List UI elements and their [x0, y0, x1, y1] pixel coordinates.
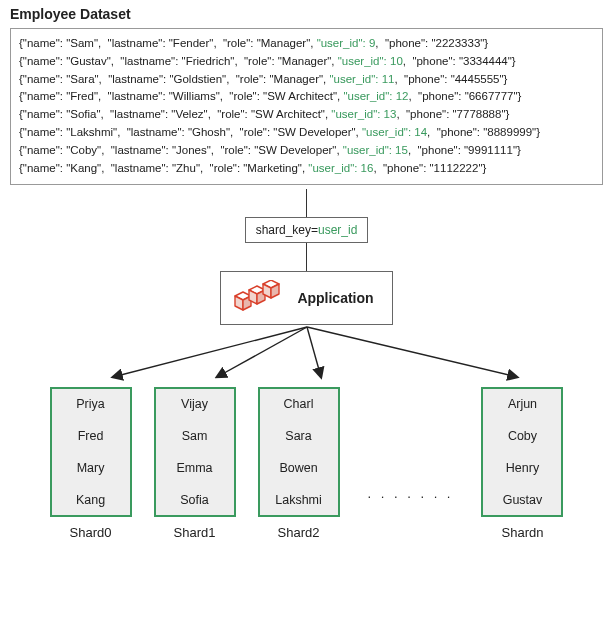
- shard-item: Lakshmi: [275, 493, 322, 507]
- shard-key-value: user_id: [318, 223, 357, 237]
- shard-item: Sara: [285, 429, 311, 443]
- shard-label: Shard0: [70, 525, 112, 540]
- dataset-row: {"name": "Kang", "lastname": "Zhu", "rol…: [19, 160, 594, 178]
- shard-label: Shard1: [174, 525, 216, 540]
- cubes-icon: [231, 280, 285, 316]
- shard: ArjunCobyHenryGustavShardn: [481, 387, 563, 540]
- dataset-row: {"name": "Lakshmi", "lastname": "Ghosh",…: [19, 124, 594, 142]
- dataset-row: {"name": "Sam", "lastname": "Fender", "r…: [19, 35, 594, 53]
- shard-item: Fred: [78, 429, 104, 443]
- shard-item: Gustav: [503, 493, 543, 507]
- shard-item: Sam: [182, 429, 208, 443]
- dataset-row: {"name": "Gustav", "lastname": "Friedric…: [19, 53, 594, 71]
- shard-item: Henry: [506, 461, 539, 475]
- application-box: Application: [220, 271, 392, 325]
- connector-line: [306, 243, 307, 271]
- shard-item: Charl: [284, 397, 314, 411]
- application-label: Application: [297, 290, 373, 306]
- shard-box: ArjunCobyHenryGustav: [481, 387, 563, 517]
- shard-item: Coby: [508, 429, 537, 443]
- shard-box: PriyaFredMaryKang: [50, 387, 132, 517]
- shard: CharlSaraBowenLakshmiShard2: [258, 387, 340, 540]
- shard-item: Emma: [176, 461, 212, 475]
- svg-line-10: [113, 327, 307, 377]
- shard-item: Sofia: [180, 493, 209, 507]
- shard-item: Kang: [76, 493, 105, 507]
- dataset-title: Employee Dataset: [10, 6, 603, 22]
- shard-label: Shard2: [278, 525, 320, 540]
- fanout-arrows: [27, 325, 587, 385]
- shards-row: PriyaFredMaryKangShard0VijaySamEmmaSofia…: [50, 387, 564, 540]
- shard-key-box: shard_key=user_id: [245, 217, 369, 243]
- svg-line-11: [217, 327, 307, 377]
- svg-line-12: [307, 327, 321, 377]
- shard-item: Priya: [76, 397, 104, 411]
- shard: PriyaFredMaryKangShard0: [50, 387, 132, 540]
- svg-line-13: [307, 327, 517, 377]
- dataset-row: {"name": "Sara", "lastname": "Goldstien"…: [19, 71, 594, 89]
- shard-label: Shardn: [502, 525, 544, 540]
- shard-key-label: shard_key=: [256, 223, 318, 237]
- dataset-row: {"name": "Sofia", "lastname": "Velez", "…: [19, 106, 594, 124]
- shard-item: Bowen: [279, 461, 317, 475]
- shard-item: Mary: [77, 461, 105, 475]
- ellipsis: . . . . . . .: [362, 426, 460, 501]
- dataset-row: {"name": "Fred", "lastname": "Williams",…: [19, 88, 594, 106]
- shard-item: Arjun: [508, 397, 537, 411]
- connector-line: [306, 189, 307, 217]
- dataset-box: {"name": "Sam", "lastname": "Fender", "r…: [10, 28, 603, 185]
- shard-item: Vijay: [181, 397, 208, 411]
- shard-box: CharlSaraBowenLakshmi: [258, 387, 340, 517]
- dataset-row: {"name": "Coby", "lastname": "Jones", "r…: [19, 142, 594, 160]
- shard: VijaySamEmmaSofiaShard1: [154, 387, 236, 540]
- shard-box: VijaySamEmmaSofia: [154, 387, 236, 517]
